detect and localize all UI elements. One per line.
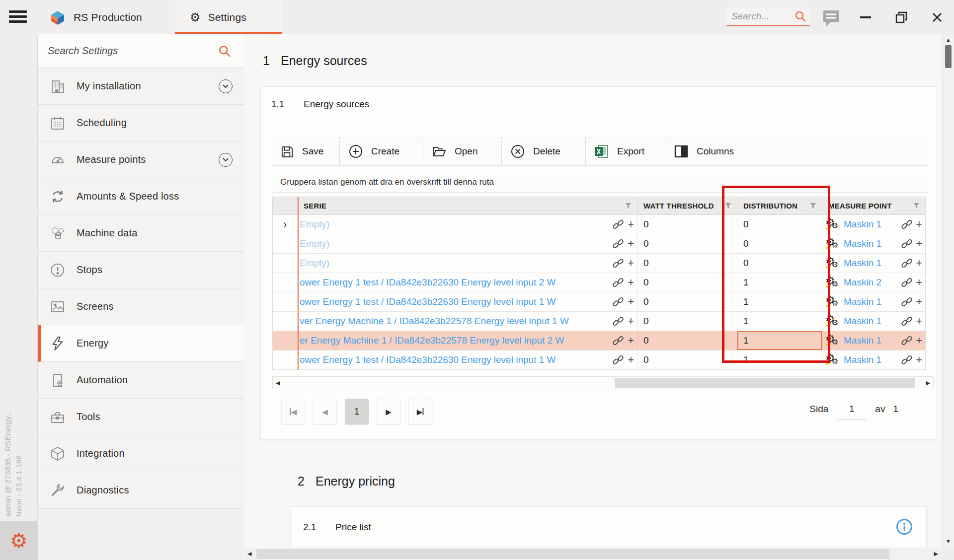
table-row[interactable]: ver Energy Machine 1 / IDa842e3b22578 En… [273,312,925,331]
serie-cell[interactable]: Empty) + [298,215,637,234]
serie-cell[interactable]: ver Energy Machine 1 / IDa842e3b22578 En… [298,312,637,331]
page-horizontal-scrollbar[interactable]: ◀ ▶ [243,548,942,560]
link-icon[interactable] [901,257,913,269]
measure-point-cell[interactable]: ⚙⚙ Maskin 1 + [822,254,925,273]
measure-point-cell[interactable]: ⚙⚙ Maskin 1 + [822,215,925,234]
scroll-right-arrow[interactable]: ▶ [934,551,938,557]
header-watt-threshold[interactable]: WATT THRESHOLD [637,197,737,214]
measure-point-cell[interactable]: ⚙⚙ Maskin 2 + [822,273,925,292]
machine-gears-icon[interactable]: ⚙⚙ [825,217,841,232]
table-row[interactable]: Empty) + 0 0 ⚙⚙ Maskin 1 [273,254,925,273]
sidebar-item-my-installation[interactable]: My installation [38,68,243,105]
feedback-button[interactable] [819,0,844,34]
link-icon[interactable] [612,335,624,347]
scrollbar-thumb[interactable] [615,378,915,388]
serie-link[interactable]: er Energy Machine 1 / IDa842e3b22578 Ene… [300,335,564,346]
machine-gears-icon[interactable]: ⚙⚙ [825,314,841,329]
filter-icon[interactable] [625,202,632,210]
serie-link[interactable]: Empty) [300,238,329,249]
tab-settings[interactable]: ⚙ Settings [175,0,282,34]
link-icon[interactable] [901,315,913,327]
watt-threshold-cell[interactable]: 0 [637,234,737,253]
row-expander-cell[interactable] [273,331,298,350]
machine-gears-icon[interactable]: ⚙⚙ [825,256,841,271]
link-icon[interactable] [901,277,913,288]
add-icon[interactable]: + [916,277,922,288]
add-icon[interactable]: + [628,335,634,346]
sidebar-item-automation[interactable]: Automation [38,362,243,399]
serie-cell[interactable]: ower Energy 1 test / IDa842e3b22630 Ener… [298,273,637,292]
chevron-down-icon[interactable] [219,153,233,167]
watt-threshold-cell[interactable]: 0 [637,273,737,292]
export-button[interactable]: Export [586,138,665,165]
distribution-cell[interactable]: 0 [737,215,822,234]
link-icon[interactable] [612,238,624,250]
measure-point-link[interactable]: Maskin 1 [844,296,881,307]
scrollbar-thumb[interactable] [256,549,889,559]
add-icon[interactable]: + [916,219,922,230]
distribution-cell[interactable]: 1 [737,312,822,331]
add-icon[interactable]: + [628,258,634,269]
settings-gear-button[interactable]: ⚙ [0,521,38,560]
filter-icon[interactable] [724,202,732,210]
measure-point-link[interactable]: Maskin 1 [844,258,881,269]
machine-gears-icon[interactable]: ⚙⚙ [825,352,841,367]
add-icon[interactable]: + [916,354,922,365]
create-button[interactable]: Create [340,138,423,165]
distribution-cell[interactable]: 1 [737,273,822,292]
measure-point-link[interactable]: Maskin 1 [844,238,881,249]
add-icon[interactable]: + [916,335,922,346]
distribution-cell[interactable]: 1 [737,331,822,350]
header-distribution[interactable]: DISTRIBUTION [737,197,822,214]
sidebar-item-scheduling[interactable]: Scheduling [38,105,243,141]
measure-point-link[interactable]: Maskin 2 [844,277,881,288]
serie-link[interactable]: Empty) [300,258,329,269]
sidebar-search-input[interactable]: Search Settings [38,34,243,68]
group-by-drop-zone[interactable]: Gruppera listan genom att dra en överskr… [271,172,928,193]
pagination-previous-button[interactable]: ◀ [313,399,337,424]
pagination-first-button[interactable]: ◀ [281,399,305,424]
measure-point-link[interactable]: Maskin 1 [844,354,881,365]
table-row[interactable]: ower Energy 1 test / IDa842e3b22630 Ener… [273,273,925,292]
serie-cell[interactable]: ower Energy 1 test / IDa842e3b22630 Ener… [298,350,637,369]
serie-link[interactable]: ower Energy 1 test / IDa842e3b22630 Ener… [300,277,556,288]
add-icon[interactable]: + [916,238,922,249]
watt-threshold-cell[interactable]: 0 [637,292,737,311]
scrollbar-thumb[interactable] [945,45,952,68]
distribution-cell[interactable]: 1 [737,350,822,369]
row-expander-cell[interactable] [273,350,298,369]
pagination-last-button[interactable]: ▶ [408,399,432,424]
add-icon[interactable]: + [916,316,922,327]
scroll-left-arrow[interactable]: ◀ [276,380,280,386]
table-row[interactable]: ower Energy 1 test / IDa842e3b22630 Ener… [273,292,925,312]
watt-threshold-cell[interactable]: 0 [637,254,737,273]
link-icon[interactable] [901,335,913,347]
add-icon[interactable]: + [628,219,634,230]
measure-point-cell[interactable]: ⚙⚙ Maskin 1 + [822,292,925,311]
link-icon[interactable] [612,218,624,230]
scroll-up-arrow[interactable]: ▲ [946,37,951,43]
page-number-input[interactable]: 1 [837,404,866,420]
sidebar-item-tools[interactable]: Tools [38,399,243,435]
link-icon[interactable] [612,296,624,308]
sidebar-item-integration[interactable]: Integration [38,435,243,472]
serie-cell[interactable]: Empty) + [298,254,637,273]
global-search-input[interactable]: Search... [726,7,810,26]
row-expander-cell[interactable] [273,254,298,273]
pagination-next-button[interactable]: ▶ [377,399,400,424]
sidebar-item-amounts-speed-loss[interactable]: Amounts & Speed loss [38,178,243,215]
add-icon[interactable]: + [628,296,634,307]
filter-icon[interactable] [913,202,920,210]
link-icon[interactable] [612,315,624,327]
pagination-current-page[interactable]: 1 [345,399,369,424]
page-vertical-scrollbar[interactable]: ▲ ▼ [942,34,954,548]
machine-gears-icon[interactable]: ⚙⚙ [825,333,841,348]
header-serie[interactable]: SERIE [298,197,637,214]
link-icon[interactable] [612,257,624,269]
measure-point-cell[interactable]: ⚙⚙ Maskin 1 + [822,234,925,253]
hamburger-menu-button[interactable] [9,10,29,24]
row-expander-cell[interactable] [273,292,298,311]
chevron-down-icon[interactable] [219,79,233,93]
sidebar-item-measure-points[interactable]: Measure points [38,141,243,178]
row-expander-cell[interactable] [273,312,298,331]
